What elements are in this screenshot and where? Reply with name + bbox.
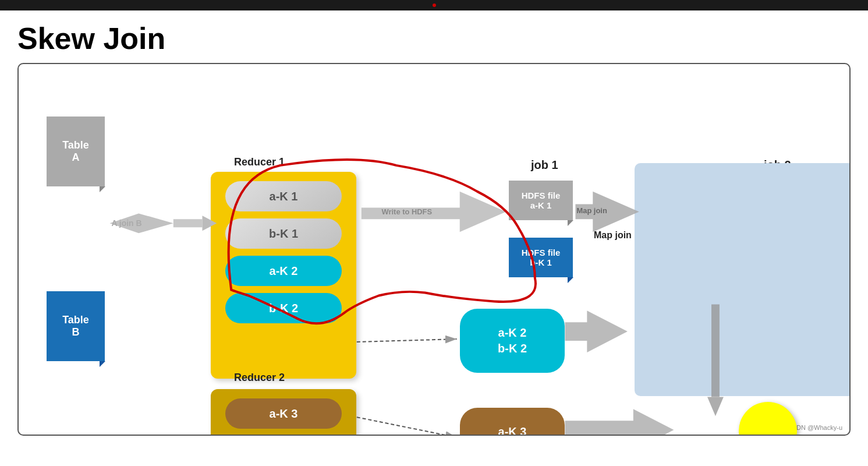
reducer2-pill-ak3: a-K 3 <box>225 398 342 429</box>
merged-brown-box: a-K 3 b-K 3 <box>460 408 565 436</box>
job2-bg <box>635 163 851 396</box>
hdfs-file-bk1: HDFS fileb-K 1 <box>509 238 573 277</box>
top-bar <box>0 0 868 10</box>
reducer1-pill-ak2: a-K 2 <box>225 256 342 286</box>
svg-marker-9 <box>575 192 639 232</box>
page-title: Skew Join <box>0 10 868 63</box>
reducer1-box: a-K 1 b-K 1 a-K 2 b-K 2 <box>211 172 356 379</box>
svg-marker-7 <box>362 192 506 232</box>
diagram-container: Table A Table B a-K 1 b-K 1 a-K 2 b-K 2 … <box>17 63 851 436</box>
table-b-line2: B <box>72 326 80 338</box>
table-a-line1: Table <box>62 139 89 151</box>
top-bar-dot <box>433 3 436 7</box>
svg-line-11 <box>357 339 457 342</box>
reducer1-pill-ak1: a-K 1 <box>225 181 342 211</box>
job1-label: job 1 <box>531 158 558 172</box>
table-a: Table A <box>47 116 105 186</box>
reducer1-pill-bk1: b-K 1 <box>225 218 342 249</box>
svg-marker-13 <box>565 310 628 352</box>
hdfs-file-ak1: HDFS filea-K 1 <box>509 181 573 220</box>
svg-text:Write to HDFS: Write to HDFS <box>382 207 433 216</box>
table-a-line2: A <box>72 151 80 164</box>
table-b-line1: Table <box>62 314 89 326</box>
svg-marker-14 <box>565 409 674 435</box>
svg-marker-3 <box>110 213 173 233</box>
svg-text:Map join: Map join <box>576 206 607 215</box>
table-b: Table B <box>47 291 105 361</box>
merged-cyan-line1: a-K 2 <box>498 326 527 340</box>
reducer1-label: Reducer 1 <box>234 156 285 168</box>
svg-text:A join B: A join B <box>111 218 141 228</box>
svg-line-12 <box>357 417 457 435</box>
reducer2-box: a-K 3 b-K 3 <box>211 389 356 436</box>
merged-cyan-box: a-K 2 b-K 2 <box>460 309 565 373</box>
final-results-circle <box>739 402 797 436</box>
reducer2-label: Reducer 2 <box>234 372 285 384</box>
svg-marker-16 <box>707 397 724 416</box>
reducer1-pill-bk2: b-K 2 <box>225 293 342 323</box>
merged-brown-line1: a-K 3 <box>498 425 527 436</box>
map-join-label: Map join <box>594 230 632 241</box>
svg-marker-5 <box>173 219 203 227</box>
merged-cyan-line2: b-K 2 <box>498 342 527 355</box>
